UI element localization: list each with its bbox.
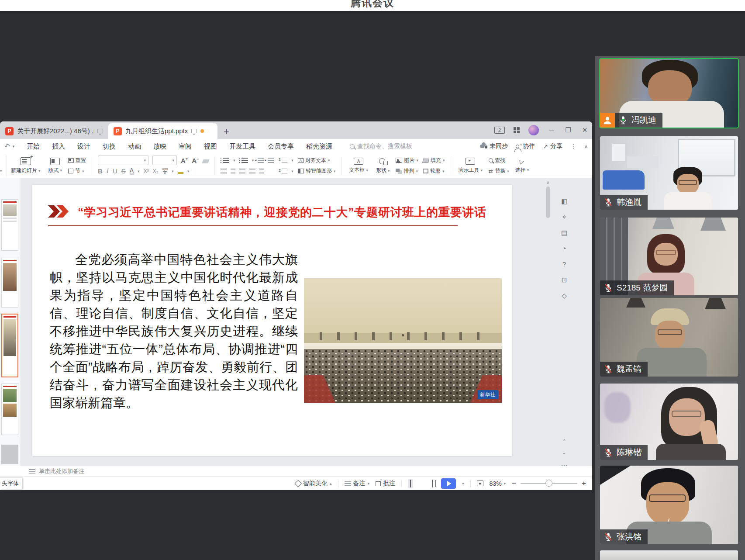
- vertical-scrollbar[interactable]: ∧: [545, 180, 551, 460]
- new-slide-button[interactable]: 新建幻灯片▾: [7, 155, 45, 176]
- subscript-button[interactable]: X₂: [153, 168, 159, 174]
- font-size-select[interactable]: ▾: [152, 156, 177, 165]
- bullet-list-icon[interactable]: [223, 158, 229, 163]
- decrease-indent-icon[interactable]: [258, 158, 264, 163]
- menu-item[interactable]: 设计: [71, 141, 97, 152]
- right-panel-icon-2[interactable]: ✧: [562, 213, 567, 221]
- zoom-in-button[interactable]: +: [582, 479, 586, 488]
- scroll-up-icon[interactable]: ∧: [545, 180, 551, 185]
- participant-tile-4[interactable]: 魏孟镐: [600, 298, 738, 377]
- participant-tile-7-partial[interactable]: [600, 550, 738, 560]
- right-panel-icon-1[interactable]: ◧: [561, 197, 567, 205]
- new-tab-button[interactable]: +: [224, 128, 229, 136]
- mic-muted-icon[interactable]: [604, 364, 613, 374]
- right-panel-icon-6[interactable]: ⊡: [562, 276, 567, 284]
- workspace-grid-icon[interactable]: [514, 127, 520, 133]
- tab-pptx-document[interactable]: P 九月组织生活ppt.pptx: [108, 123, 217, 139]
- menu-item[interactable]: 视图: [198, 141, 223, 152]
- missing-font-popup[interactable]: 失字体: [0, 477, 23, 489]
- play-options-icon[interactable]: ▾: [462, 481, 464, 486]
- scrollbar-thumb[interactable]: [546, 187, 550, 218]
- paragraph-spacing-icon[interactable]: [282, 169, 287, 174]
- zoom-knob[interactable]: [545, 480, 552, 487]
- previous-slide-icon[interactable]: ⌃: [562, 439, 566, 444]
- select-button[interactable]: ▷ 选择▾: [511, 155, 533, 176]
- sync-status[interactable]: 未同步: [480, 142, 508, 150]
- slideshow-play-button[interactable]: [441, 478, 456, 489]
- layout-button[interactable]: 版式▾: [45, 155, 66, 176]
- present-tools-button[interactable]: 演示工具▾: [455, 155, 487, 176]
- collaborate-button[interactable]: 协作: [516, 142, 535, 150]
- zoom-track[interactable]: [521, 483, 577, 484]
- user-avatar[interactable]: [528, 125, 539, 135]
- share-button[interactable]: ↗ 分享: [543, 142, 562, 150]
- reset-button[interactable]: 重置: [68, 156, 86, 166]
- clear-format-icon[interactable]: [202, 159, 210, 163]
- align-left-icon[interactable]: [221, 169, 227, 173]
- strikethrough-button[interactable]: S: [121, 167, 126, 175]
- replace-button[interactable]: ⇄ 替换▾: [489, 166, 509, 176]
- slide-thumbnail-panel[interactable]: [0, 178, 21, 466]
- decrease-font-icon[interactable]: A−: [192, 157, 199, 164]
- help-icon[interactable]: ?: [562, 260, 566, 268]
- superscript-button[interactable]: X²: [144, 168, 149, 174]
- find-button[interactable]: 查找: [489, 156, 509, 166]
- menu-item[interactable]: 审阅: [172, 141, 198, 152]
- phonetic-guide-button[interactable]: wén文: [162, 167, 168, 175]
- arrange-button[interactable]: 排列▾: [396, 166, 418, 176]
- align-center-icon[interactable]: [231, 169, 235, 173]
- participant-tile-6[interactable]: 张洪铭: [600, 466, 738, 544]
- slide-thumbnail-3-selected[interactable]: [1, 314, 18, 377]
- menu-item[interactable]: 放映: [147, 141, 172, 152]
- mic-on-icon[interactable]: [618, 115, 628, 125]
- align-text-button[interactable]: A 对齐文本▾: [298, 156, 336, 166]
- slide-sorter-view-button[interactable]: [419, 482, 424, 485]
- slide-title[interactable]: “学习习近平总书记重要讲话精神，迎接党的二十大”专题研讨班上的重要讲话: [78, 204, 497, 220]
- mic-muted-icon[interactable]: [604, 448, 613, 457]
- picture-button[interactable]: 图片▾: [396, 156, 418, 166]
- history-dropdown-icon[interactable]: ▾: [13, 144, 15, 149]
- font-color-button[interactable]: A: [130, 168, 134, 175]
- to-smart-graphic-button[interactable]: 转智能图形▾: [298, 166, 336, 176]
- participant-tile-3[interactable]: S2185 范梦园: [600, 218, 738, 295]
- increase-font-icon[interactable]: A+: [181, 157, 188, 164]
- textbox-button[interactable]: A 文本框▾: [345, 155, 372, 176]
- beautify-button[interactable]: 智能美化▴: [296, 480, 332, 487]
- mic-muted-icon[interactable]: [604, 197, 613, 207]
- menu-item[interactable]: 动画: [122, 141, 147, 152]
- collapse-ribbon-icon[interactable]: ∧: [584, 144, 588, 149]
- mic-muted-icon[interactable]: [604, 283, 613, 293]
- menu-item[interactable]: 开发工具: [223, 141, 262, 152]
- outline-button[interactable]: 轮廓▾: [423, 166, 445, 176]
- zoom-slider[interactable]: − +: [512, 479, 586, 488]
- participant-tile-5[interactable]: 陈琳锴: [600, 384, 738, 460]
- justify-icon[interactable]: [249, 169, 255, 173]
- zoom-level[interactable]: 83%▾: [490, 480, 506, 487]
- mic-muted-icon[interactable]: [604, 532, 613, 542]
- underline-button[interactable]: U: [113, 167, 117, 175]
- font-name-select[interactable]: ▾: [98, 156, 148, 165]
- normal-view-button[interactable]: [408, 479, 413, 488]
- shape-button[interactable]: 形状▾: [372, 155, 394, 176]
- fill-button[interactable]: 填充▾: [423, 156, 445, 166]
- participant-tile-2[interactable]: 韩渔胤: [600, 136, 738, 210]
- next-slide-icon[interactable]: ⌄: [562, 450, 566, 456]
- command-search[interactable]: 查找命令、搜索模板: [350, 142, 412, 150]
- paste-button[interactable]: ▾: [0, 155, 7, 176]
- right-panel-icon-7[interactable]: ◇: [562, 292, 567, 300]
- participant-tile-1[interactable]: 冯凯迪: [600, 59, 738, 128]
- reading-view-button[interactable]: [430, 479, 435, 488]
- restore-button[interactable]: ❐: [564, 126, 572, 134]
- line-spacing-icon[interactable]: [282, 158, 287, 163]
- menu-item[interactable]: 稻壳资源: [300, 141, 338, 152]
- bold-button[interactable]: B: [98, 167, 103, 175]
- align-right-icon[interactable]: [239, 169, 245, 173]
- zoom-out-button[interactable]: −: [512, 479, 516, 488]
- undo-icon[interactable]: ↶: [4, 142, 10, 150]
- slide-body-text[interactable]: 全党必须高举中国特色社会主义伟大旗帜，坚持以马克思主义中国化时代化最新成果为指导…: [50, 251, 298, 412]
- menu-item[interactable]: 开始: [21, 141, 46, 152]
- slide-canvas[interactable]: “学习习近平总书记重要讲话精神，迎接党的二十大”专题研讨班上的重要讲话 全党必须…: [32, 185, 512, 456]
- right-panel-icon-3[interactable]: ▤: [561, 229, 567, 237]
- slide-thumbnail-1[interactable]: [1, 199, 18, 251]
- fit-slide-icon[interactable]: [477, 480, 483, 486]
